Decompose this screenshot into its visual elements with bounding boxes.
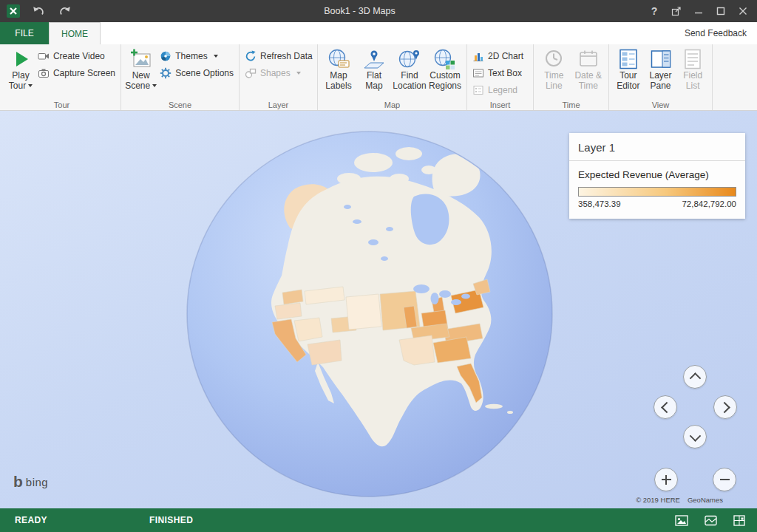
zoom-in-button[interactable]	[654, 468, 678, 491]
group-label-tour: Tour	[3, 100, 120, 109]
map-attribution: © 2019 HERE GeoNames	[636, 496, 723, 504]
video-camera-icon	[38, 50, 50, 62]
scene-options-button[interactable]: Scene Options	[157, 65, 236, 81]
minimize-button[interactable]	[690, 3, 707, 19]
pan-left-button[interactable]	[654, 395, 677, 419]
date-time-button: Date & Time	[571, 47, 606, 91]
titlebar: Book1 - 3D Maps ?	[0, 0, 757, 22]
play-tour-button[interactable]: Play Tour	[6, 47, 35, 91]
excel-logo-icon	[7, 4, 20, 18]
time-line-button: Time Line	[537, 47, 571, 91]
ribbon: Play Tour Create Video Capture Screen T	[0, 44, 757, 111]
find-location-button[interactable]: Find Location	[392, 47, 427, 91]
picture-icon[interactable]	[675, 515, 688, 526]
bar-chart-icon	[472, 50, 484, 62]
ribbon-group-view: Tour Editor Layer Pane Field List View	[609, 44, 713, 110]
chevron-left-icon	[661, 401, 673, 413]
refresh-icon	[245, 50, 257, 62]
dropdown-arrow-icon	[152, 84, 157, 87]
dropdown-arrow-icon	[214, 55, 218, 58]
send-feedback-link[interactable]: Send Feedback	[685, 22, 747, 44]
status-ready: READY	[15, 515, 47, 525]
bing-b-icon: b	[13, 474, 23, 489]
clock-icon	[543, 47, 565, 71]
layer-pane-icon	[650, 47, 672, 71]
legend-max-value: 72,842,792.00	[682, 200, 736, 208]
redo-button[interactable]	[57, 3, 73, 19]
pan-up-button[interactable]	[683, 365, 707, 389]
globe-pin-icon	[398, 47, 421, 71]
text-box-icon	[472, 67, 484, 79]
minus-icon	[720, 479, 730, 481]
themes-color-wheel-icon	[160, 50, 172, 62]
globe-labels-icon	[327, 47, 350, 71]
chevron-down-icon	[689, 430, 701, 442]
ribbon-group-tour: Play Tour Create Video Capture Screen T	[3, 44, 121, 110]
group-label-map: Map	[318, 100, 466, 109]
group-label-view: View	[609, 100, 712, 109]
window-title: Book1 - 3D Maps	[73, 6, 646, 16]
new-scene-button[interactable]: New Scene	[124, 47, 157, 91]
layer-legend-card: Layer 1 Expected Revenue (Average) 358,4…	[569, 133, 745, 219]
refresh-data-button[interactable]: Refresh Data	[242, 48, 315, 64]
pan-right-button[interactable]	[713, 395, 737, 419]
play-icon	[10, 47, 31, 71]
2d-chart-button[interactable]: 2D Chart	[470, 48, 526, 64]
tab-file[interactable]: FILE	[0, 22, 49, 44]
ribbon-tab-row: FILE HOME Send Feedback	[0, 22, 757, 44]
legend-icon	[472, 84, 484, 96]
dropdown-arrow-icon	[28, 84, 33, 87]
legend-min-value: 358,473.39	[578, 200, 621, 208]
popout-icon[interactable]	[668, 3, 685, 19]
field-list-icon	[682, 47, 704, 71]
group-label-insert: Insert	[467, 100, 533, 109]
tab-home[interactable]: HOME	[49, 22, 101, 44]
ribbon-group-map: Map Labels Flat Map Find Location	[318, 44, 467, 110]
bing-logo: b bing	[13, 474, 48, 489]
legend-button: Legend	[470, 82, 526, 98]
create-video-button[interactable]: Create Video	[35, 48, 118, 64]
ribbon-group-scene: New Scene Themes Scene Options Scene	[121, 44, 240, 110]
map-labels-button[interactable]: Map Labels	[321, 47, 356, 91]
chevron-up-icon	[689, 372, 701, 384]
map-icon[interactable]	[705, 515, 717, 526]
group-label-scene: Scene	[121, 100, 239, 109]
layer-title: Layer 1	[569, 133, 745, 161]
map-viewport[interactable]: Layer 1 Expected Revenue (Average) 358,4…	[0, 111, 757, 508]
ribbon-group-time: Time Line Date & Time Time	[534, 44, 609, 110]
grid-view-icon[interactable]	[733, 515, 745, 526]
field-list-button: Field List	[676, 47, 709, 91]
shapes-button: Shapes	[242, 65, 315, 81]
shapes-icon	[245, 67, 257, 79]
status-finished: FINISHED	[149, 515, 193, 525]
legend-field-label: Expected Revenue (Average)	[578, 169, 736, 180]
globe-regions-icon	[433, 47, 457, 71]
flat-map-pin-icon	[362, 47, 386, 71]
zoom-out-button[interactable]	[713, 468, 736, 491]
ribbon-group-layer: Refresh Data Shapes Layer	[240, 44, 318, 110]
group-label-time: Time	[534, 100, 608, 109]
close-button[interactable]	[735, 3, 751, 19]
themes-button[interactable]: Themes	[157, 48, 236, 64]
tour-editor-icon	[617, 47, 639, 71]
gear-icon	[160, 67, 172, 79]
calendar-icon	[577, 47, 600, 71]
chevron-right-icon	[719, 401, 730, 413]
dropdown-arrow-icon	[296, 72, 301, 75]
undo-button[interactable]	[30, 3, 47, 19]
flat-map-button[interactable]: Flat Map	[356, 47, 392, 91]
ribbon-group-insert: 2D Chart Text Box Legend Insert	[467, 44, 534, 110]
text-box-button[interactable]: Text Box	[470, 65, 526, 81]
capture-screen-button[interactable]: Capture Screen	[35, 65, 118, 81]
custom-regions-button[interactable]: Custom Regions	[427, 47, 463, 91]
layer-pane-button[interactable]: Layer Pane	[645, 47, 677, 91]
plus-icon	[662, 479, 671, 481]
maximize-button[interactable]	[713, 3, 729, 19]
pan-down-button[interactable]	[683, 425, 707, 449]
new-scene-icon	[130, 47, 152, 71]
tour-editor-button[interactable]: Tour Editor	[612, 47, 645, 91]
legend-gradient-bar	[578, 187, 736, 197]
status-bar: READY FINISHED	[0, 508, 757, 532]
3d-maps-window: Book1 - 3D Maps ? FILE HOME Send Feedbac…	[0, 0, 757, 532]
help-button[interactable]: ?	[646, 3, 662, 19]
